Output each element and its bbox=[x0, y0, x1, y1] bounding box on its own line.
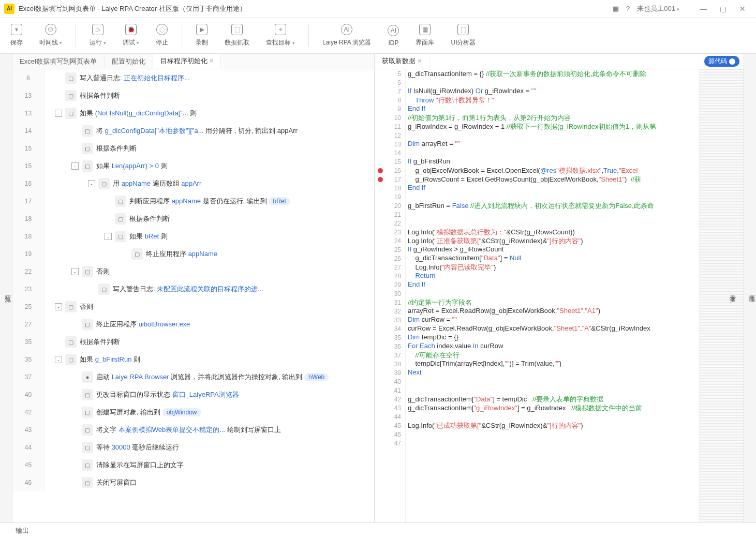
gutter-row[interactable]: 18 bbox=[375, 184, 405, 192]
code-lines[interactable]: g_dicTransactionItem = {} //获取一次新事务的数据前须… bbox=[406, 69, 699, 522]
code-line[interactable]: If IsNull(g_iRowIndex) Or g_iRowIndex = … bbox=[408, 87, 699, 96]
flow-row[interactable]: 18▢根据条件判断 bbox=[12, 210, 374, 228]
flow-row[interactable]: 35-▢如果 g_bFirstRun 则 bbox=[12, 351, 374, 368]
code-line[interactable]: End If bbox=[408, 280, 699, 289]
code-line[interactable] bbox=[408, 219, 699, 228]
code-line[interactable]: Log.Info("内容已读取完毕") bbox=[408, 263, 699, 272]
flow-row[interactable]: 37●启动 Laiye RPA Browser 浏览器，并将此浏览器作为操控对象… bbox=[12, 368, 374, 386]
code-line[interactable]: End If bbox=[408, 184, 699, 192]
scrape-button[interactable]: ⬚数据抓取 bbox=[219, 22, 255, 49]
flow-body[interactable]: 6▢写入普通日志: 正在初始化目标程序...13▢根据条件判断13-▢如果 (N… bbox=[12, 69, 374, 522]
code-line[interactable]: If g_iRowIndex > g_iRowsCount bbox=[408, 245, 699, 254]
code-line[interactable]: g_objExcelWorkBook = Excel.OpenExcel(@re… bbox=[408, 166, 699, 175]
gutter-row[interactable]: 11 bbox=[375, 122, 405, 131]
collapse-icon[interactable]: - bbox=[105, 233, 112, 240]
ui-analyze-button[interactable]: ⬚UI分析器 bbox=[446, 22, 481, 49]
gutter-row[interactable]: 29 bbox=[375, 280, 405, 289]
code-line[interactable]: Log.Info("正准备获取第["&CStr(g_iRowIndex)&"]行… bbox=[408, 236, 699, 245]
gutter-row[interactable]: 30 bbox=[375, 289, 405, 298]
gutter-row[interactable]: 31 bbox=[375, 298, 405, 307]
flow-row[interactable]: 35▢根据条件判断 bbox=[12, 333, 374, 351]
collapse-icon[interactable]: - bbox=[55, 356, 62, 363]
flow-row[interactable]: 23▢写入警告日志: 未配置此流程关联的目标程序的进... bbox=[12, 280, 374, 298]
gutter-row[interactable]: 44 bbox=[375, 412, 405, 421]
minimap[interactable] bbox=[699, 69, 744, 522]
flow-row[interactable]: 18-▢如果 bRet 则 bbox=[12, 228, 374, 245]
gutter-row[interactable]: 47 bbox=[375, 439, 405, 447]
flow-row[interactable]: 25-▢否则 bbox=[12, 298, 374, 316]
gutter-row[interactable]: 28 bbox=[375, 272, 405, 280]
code-line[interactable]: Return bbox=[408, 272, 699, 280]
collapse-icon[interactable]: - bbox=[55, 303, 62, 310]
code-line[interactable] bbox=[408, 78, 699, 87]
gutter-row[interactable]: 23 bbox=[375, 228, 405, 236]
flow-row[interactable]: 16-▢用 appName 遍历数组 appArr bbox=[12, 175, 374, 192]
code-line[interactable]: Log.Info("已成功获取第["&CStr(g_iRowIndex)&"]行… bbox=[408, 421, 699, 430]
code-line[interactable] bbox=[408, 192, 699, 201]
code-line[interactable] bbox=[408, 386, 699, 395]
code-line[interactable] bbox=[408, 131, 699, 140]
browser-button[interactable]: AILaiye RPA 浏览器 bbox=[317, 22, 376, 49]
code-line[interactable]: g_dicTransactionItem["g_iRowIndex"] = g_… bbox=[408, 404, 699, 412]
code-line[interactable]: curRow = Excel.ReadRow(g_objExcelWorkBoo… bbox=[408, 324, 699, 333]
code-line[interactable]: Dim arrayRet = "" bbox=[408, 140, 699, 148]
gutter-row[interactable]: 5 bbox=[375, 69, 405, 78]
gutter-row[interactable]: 38 bbox=[375, 360, 405, 368]
flow-row[interactable]: 13▢根据条件判断 bbox=[12, 87, 374, 104]
code-line[interactable]: //约定第一行为字段名 bbox=[408, 298, 699, 307]
close-button[interactable]: ✕ bbox=[733, 2, 752, 16]
collapse-icon[interactable]: - bbox=[71, 162, 79, 170]
flow-row[interactable]: 40▢更改目标窗口的显示状态 窗口_LaiyeRPA浏览器 bbox=[12, 386, 374, 404]
gutter-row[interactable]: 33 bbox=[375, 316, 405, 324]
flow-row[interactable]: 15▢根据条件判断 bbox=[12, 140, 374, 157]
gutter-row[interactable]: 39 bbox=[375, 368, 405, 377]
code-line[interactable]: Log.Info("模拟数据表总行数为："&CStr(g_iRowsCount)… bbox=[408, 228, 699, 236]
code-line[interactable]: For Each index,value In curRow bbox=[408, 342, 699, 351]
gutter-row[interactable]: 8 bbox=[375, 96, 405, 104]
code-line[interactable]: Dim tempDic = {} bbox=[408, 333, 699, 342]
code-line[interactable]: End If bbox=[408, 104, 699, 113]
code-line[interactable]: tempDic[Trim(arrayRet[index],"")] = Trim… bbox=[408, 360, 699, 368]
gutter-row[interactable]: 9 bbox=[375, 104, 405, 113]
idp-button[interactable]: AIIDP bbox=[382, 23, 404, 49]
breakpoint-icon[interactable] bbox=[378, 177, 383, 182]
flow-row[interactable]: 17▢判断应用程序 appName 是否仍在运行, 输出到 bRet bbox=[12, 192, 374, 210]
close-icon[interactable]: × bbox=[418, 57, 422, 65]
flow-row[interactable]: 27▢终止应用程序 uibotBrowser.exe bbox=[12, 316, 374, 333]
collapse-icon[interactable]: - bbox=[88, 180, 95, 187]
output-panel[interactable]: 输出 bbox=[0, 522, 756, 538]
run-button[interactable]: ▷运行 bbox=[84, 22, 111, 49]
flow-tab-1[interactable]: 配置初始化 bbox=[105, 54, 153, 69]
gutter-row[interactable]: 14 bbox=[375, 148, 405, 157]
gutter-row[interactable]: 41 bbox=[375, 386, 405, 395]
save-button[interactable]: ▾保存 bbox=[5, 22, 28, 49]
minimize-button[interactable]: — bbox=[694, 2, 713, 16]
code-line[interactable] bbox=[408, 412, 699, 421]
code-line[interactable]: g_iRowsCount = Excel.GetRowsCount(g_objE… bbox=[408, 175, 699, 184]
code-line[interactable] bbox=[408, 289, 699, 298]
code-line[interactable]: g_dicTransactionItem["Data"] = tempDic /… bbox=[408, 395, 699, 404]
close-icon[interactable]: × bbox=[210, 57, 214, 65]
gutter-row[interactable]: 36 bbox=[375, 342, 405, 351]
gutter-row[interactable]: 34 bbox=[375, 324, 405, 333]
grid-icon[interactable]: ▦ bbox=[613, 5, 619, 12]
gutter-row[interactable]: 19 bbox=[375, 192, 405, 201]
flow-row[interactable]: 19▢终止应用程序 appName bbox=[12, 245, 374, 263]
code-line[interactable] bbox=[408, 430, 699, 439]
flow-row[interactable]: 43▢将文字 本案例模拟Web表单提交不稳定的... 绘制到写屏窗口上 bbox=[12, 421, 374, 439]
flow-row[interactable]: 22-▢否则 bbox=[12, 263, 374, 280]
gutter-row[interactable]: 17 bbox=[375, 175, 405, 184]
source-toggle[interactable]: 源代码 bbox=[704, 56, 739, 67]
gutter-row[interactable]: 26 bbox=[375, 254, 405, 263]
code-line[interactable]: g_dicTransactionItem["Data"] = Null bbox=[408, 254, 699, 263]
gutter-row[interactable]: 45 bbox=[375, 421, 405, 430]
code-line[interactable]: //可能存在空行 bbox=[408, 351, 699, 360]
gutter-row[interactable]: 22 bbox=[375, 219, 405, 228]
timeline-button[interactable]: ⏲时间线 bbox=[34, 22, 67, 49]
flow-row[interactable]: 44▢等待 30000 毫秒后继续运行 bbox=[12, 439, 374, 456]
gutter-row[interactable]: 37 bbox=[375, 351, 405, 360]
debug-button[interactable]: 🐞调试 bbox=[117, 22, 144, 49]
code-line[interactable]: Next bbox=[408, 368, 699, 377]
gutter-row[interactable]: 42 bbox=[375, 395, 405, 404]
ui-lib-button[interactable]: ▦界面库 bbox=[410, 22, 439, 49]
